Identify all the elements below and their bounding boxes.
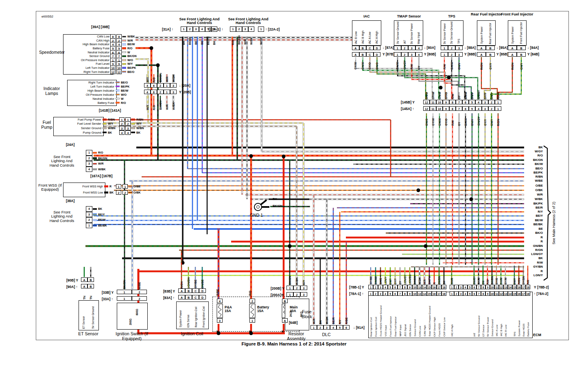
wire-color-chip: [131, 127, 135, 129]
resistor-wires: BK/GNW/BNW/Y: [286, 274, 307, 285]
conn20-wires-bottom: W/YR/OBK/GNW/RW/BK: [144, 96, 177, 110]
igncoil-wires: R/GNLGN/BNGY/BEGN/BE: [178, 277, 206, 288]
front-injector-pin-labels: System PowerFront Fuel Injector: [508, 21, 525, 44]
speedometer-row: Neutral Indicator 6 6 W: [64, 50, 137, 54]
rear-injector-strip-b: AB: [477, 52, 495, 57]
et-sensor-title: ET Sensor: [77, 332, 99, 337]
fuse2-top-wire: R/O: [249, 284, 251, 296]
wire-color-chip: [93, 163, 97, 165]
connector-label-85b: Y [85B]: [496, 52, 508, 56]
tmap-pin-labels: 5V Sensor GroundIAT5V Sensor PowerMap In…: [394, 21, 422, 44]
tps-title: TPS: [439, 15, 465, 18]
connector-label-84b: Y [84B]: [527, 52, 539, 56]
conn31-header: See Front Lighting And Hand Controls: [176, 18, 223, 25]
wire-color-chip: [122, 40, 126, 42]
conn22-header: See Front Lighting And Hand Controls: [225, 18, 272, 25]
conn38-row: 1 BE/BK: [86, 223, 107, 229]
wire-color-chip: [93, 224, 97, 227]
fuse1-name: P&A 15A: [225, 306, 238, 313]
fuel-pump-rows: Fuel Pump Power R/BN 1 1 R/BN Fuel Level…: [54, 117, 144, 134]
connector-label-31a: [31A] ↑: [162, 27, 173, 31]
ignition-switch-title: Ignition Switch (If Equipped): [113, 332, 151, 341]
wire-color-chip: [116, 81, 120, 84]
wire-color-chip: [93, 152, 97, 154]
connector-label-87b: Y [87B]: [383, 52, 394, 56]
connector-label-80b: Y [80B]: [424, 52, 436, 56]
connector-label-20a: ↓ [20A]: [179, 84, 190, 88]
conn24-row: 3 W/R: [86, 161, 107, 167]
ignsw-resistor-200: 200Ω: [129, 315, 132, 325]
ecm2-wires: GN/OGN/GYBK/WGNR/WBK/GNGY/OGN/WGY/WGN/VR…: [450, 267, 530, 284]
wire-color-chip: [116, 86, 120, 88]
speedometer-rows: CAN Low 8 8 W/BK CAN High 2 2 W/R High B…: [64, 35, 137, 74]
connector-label-200b: [200B] Y: [271, 286, 284, 290]
wire-color-chip: [116, 90, 120, 92]
front-injector-strip-a: AB: [508, 46, 526, 50]
fuse2-top-pin: 2: [249, 299, 255, 303]
igncoil-strip-b: ABCD: [178, 288, 206, 293]
conn22a2-wires: W/GY: [258, 33, 264, 45]
dlc-wires: W/RBKW/BKBE/RR/YR/BE: [310, 310, 350, 324]
see-front-lighting-title-38: See Front Lighting And Hand Controls: [47, 210, 77, 223]
conn22a2-strip: 1: [258, 26, 264, 32]
indicator-lamp-row: Neutral Indicator W: [68, 97, 129, 101]
connector-label-22a1: [22A-1] ↑: [209, 27, 223, 31]
wire-color-chip: [93, 219, 97, 221]
fuse2-bottom-pin: 1: [249, 318, 255, 323]
ecm2-pin-labels: IAC A HighIAT5V Sensor GroundET Sensor5V…: [450, 297, 530, 337]
igncoil-pin-labels: System PowerION SenseRear Ignition CoilF…: [177, 302, 208, 328]
tps-pin-labels: 5V Sensor Power5V Sensor GroundTPS: [441, 21, 462, 44]
indicator-lamps-title: Indicator Lamps: [38, 86, 65, 96]
speedometer-row: High Beam Indicator 4 4 BE/W: [64, 42, 137, 46]
ignition-coil-title: Ignition Coil: [180, 332, 204, 337]
resistor-strip-b: 123: [286, 286, 307, 290]
ignsw-resistor-800: 800Ω: [136, 305, 138, 315]
dlc-strip: 123456: [310, 325, 350, 330]
et-pin-labels: ET Sensor5V Sensor Ground: [79, 301, 98, 329]
speedometer-row: CAN High 2 2 W/R: [64, 39, 137, 43]
indicator-lamp-row: Oil Pressure Indicator W/O: [68, 92, 129, 97]
connector-label-78a1: [78A-1] ↑: [349, 292, 363, 296]
conn20-strip-a: 46213: [144, 83, 177, 88]
conn24-rows: 1 R/O 2 BK/GN 3 W/R 4 W/BK: [86, 150, 107, 172]
connector-label-78b1: [78B-1] Y: [349, 285, 364, 289]
wire-color-chip: [104, 191, 108, 194]
indicator-lamp-row: Right Turn Indicator BE/O: [68, 80, 129, 84]
front-injector-wires: R/GNGN/Y: [508, 57, 526, 70]
fuse3-bottom-wire: R: [281, 324, 284, 332]
tps-strip-b: 123: [441, 52, 463, 57]
see-main-harness-note: See Main Harness (2 of 2): [552, 179, 556, 244]
fuse2-bottom-wire: R: [249, 324, 251, 332]
connector-label-145b: [145B] Y: [401, 100, 415, 104]
connector-label-167: [167A] [167B]: [90, 174, 112, 178]
indicator-lamp-row: Battery Fuse R/O: [68, 101, 129, 105]
indicator-lamp-row: High Beam Indicator BE/W: [68, 88, 129, 92]
wire-color-chip: [93, 208, 97, 210]
speedometer-row: Left Turn Indicator 10 10 BE/PK: [64, 66, 137, 70]
conn24-row: 4 W/BK: [86, 167, 107, 172]
resistor-8k-label: 8KΩ: [300, 306, 303, 317]
connector-label-80a: ↓ [80A]: [424, 46, 435, 50]
fuel-pump-row: Pump Ground BK 4 4 BK: [54, 130, 144, 135]
rear-injector-pin-labels: System PowerRear Fuel Injector: [477, 21, 494, 44]
conn145-strip-b: 121110987654321: [423, 100, 501, 104]
tps-strip-a: 123: [441, 46, 463, 50]
gnd-wire-bkgn: BK/GN: [272, 204, 282, 208]
tmap-wires: BK/WGN/GYR/WGY: [394, 57, 422, 70]
ecm2-strip-b: 123456789101112131415161718: [450, 285, 530, 289]
speedometer-row: CAN Low 8 8 W/BK: [64, 35, 137, 39]
fuse1-bottom-pin: 3: [217, 318, 223, 323]
fuel-pump-row: Fuel Pump Power R/BN 1 1 R/BN: [54, 117, 144, 122]
resistor-strip-a: 123: [286, 292, 307, 297]
conn145-wires-bottom: GN/OGY/WGN/WGY/OR/WGYBK/WGN/VGN/GYGY/YGN…: [423, 113, 501, 126]
speedometer-row: Right Turn Indicator 12 12 BE/O: [64, 70, 137, 74]
conn22a1-strip: 1234: [230, 26, 254, 32]
conn31-wires: BKBE/OBEBEBE/PKBK: [181, 33, 217, 45]
tmap-title: TMAP Sensor: [391, 15, 427, 18]
connector-label-145a: [145A] ↑: [401, 107, 414, 111]
wire-color-chip: [122, 55, 126, 57]
wire-color-chip: [116, 102, 120, 104]
resistor-2k-label: 2KΩ: [289, 306, 292, 317]
wire-color-chip: [103, 127, 107, 129]
conn38-row: 3 BE/Y: [86, 212, 107, 218]
